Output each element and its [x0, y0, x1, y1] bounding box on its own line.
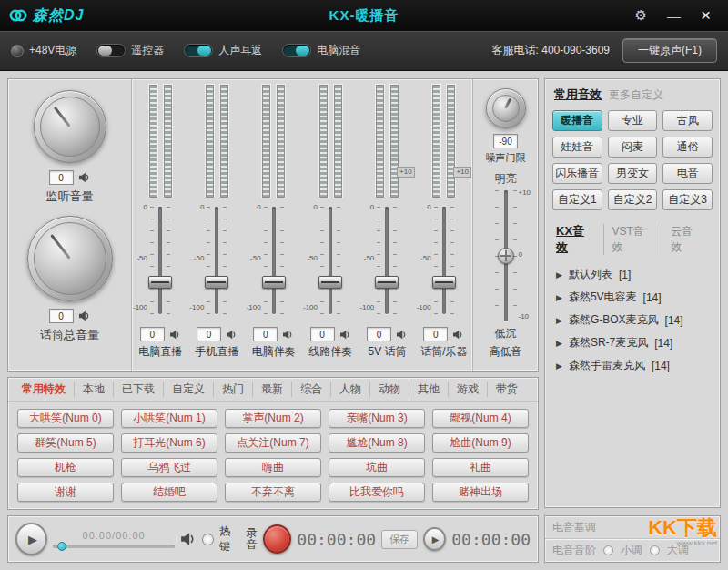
- major-radio[interactable]: [650, 545, 660, 555]
- voice-effect-button[interactable]: 闷麦: [608, 137, 658, 158]
- voice-effect-button[interactable]: 暖播音: [552, 110, 602, 131]
- more-custom-link[interactable]: 更多自定义: [609, 87, 663, 103]
- fader-thumb[interactable]: [375, 276, 399, 289]
- soundboard-button[interactable]: 比我爱你吗: [329, 483, 425, 502]
- fader-thumb[interactable]: [148, 276, 172, 289]
- speaker-icon[interactable]: [396, 330, 408, 340]
- soundboard-button[interactable]: 坑曲: [329, 458, 425, 477]
- soundboard-button[interactable]: 礼曲: [432, 458, 529, 477]
- voice-effects-header[interactable]: 常用音效: [554, 87, 602, 103]
- settings-icon[interactable]: ⚙: [626, 5, 654, 25]
- voice-effect-button[interactable]: 专业: [608, 110, 658, 131]
- hotkey-radio[interactable]: [202, 534, 214, 545]
- speaker-icon[interactable]: [169, 330, 181, 340]
- tone-slider[interactable]: +10 0 -10: [473, 188, 538, 323]
- ear-monitor-toggle[interactable]: [184, 44, 213, 57]
- play-button[interactable]: ▶: [15, 523, 47, 555]
- fader-thumb[interactable]: [318, 276, 342, 289]
- soundboard-button[interactable]: 打耳光(Num 6): [121, 433, 217, 453]
- channel-fader[interactable]: 0 -50 -100: [416, 201, 472, 323]
- noise-gate-knob[interactable]: [486, 88, 526, 128]
- fader-thumb[interactable]: [432, 276, 456, 289]
- phantom-power-led[interactable]: [11, 45, 24, 57]
- speaker-icon[interactable]: [226, 330, 238, 340]
- soundboard-button[interactable]: 乌鸦飞过: [121, 458, 217, 477]
- soundboard-button[interactable]: 嗨曲: [225, 458, 321, 477]
- voice-effect-button[interactable]: 自定义3: [662, 189, 713, 210]
- progress-bar[interactable]: [53, 545, 176, 548]
- close-button[interactable]: ×: [693, 4, 719, 27]
- speaker-icon[interactable]: [78, 310, 91, 321]
- effect-list-item[interactable]: ▶ 森然G-BOX麦克风 [14]: [556, 309, 709, 331]
- soundboard-tab[interactable]: 热门: [213, 382, 252, 397]
- effect-list-item[interactable]: ▶ 森然SR-7麦克风 [14]: [556, 331, 709, 354]
- soundboard-button[interactable]: 小哄笑(Num 1): [121, 409, 217, 428]
- minor-label: 小调: [621, 543, 642, 558]
- soundboard-tab[interactable]: 其他: [409, 382, 448, 397]
- channel-fader[interactable]: 0 -50 -100: [132, 201, 188, 323]
- soundboard-button[interactable]: 点关注(Num 7): [225, 433, 321, 453]
- progress-thumb[interactable]: [57, 542, 66, 551]
- soundboard-tab[interactable]: 带货: [487, 382, 526, 397]
- soundboard-button[interactable]: 赌神出场: [432, 483, 529, 502]
- mic-master-knob[interactable]: [27, 216, 113, 301]
- voice-effect-button[interactable]: 自定义2: [608, 189, 658, 210]
- soundboard-tab[interactable]: 游戏: [448, 382, 487, 397]
- soundboard-tab[interactable]: 本地: [74, 382, 113, 397]
- soundboard-tab[interactable]: 已下载: [113, 382, 163, 397]
- voice-effect-button[interactable]: 通俗: [662, 137, 713, 158]
- speaker-icon[interactable]: [452, 330, 464, 340]
- voice-effect-button[interactable]: 自定义1: [552, 189, 602, 210]
- tab-cloud-effects[interactable]: 云音效: [662, 224, 711, 255]
- tone-slider-thumb[interactable]: [498, 248, 514, 264]
- speaker-icon[interactable]: [282, 330, 294, 340]
- speaker-icon[interactable]: [78, 172, 91, 183]
- soundboard-button[interactable]: 掌声(Num 2): [225, 409, 321, 428]
- voice-effect-button[interactable]: 闪乐播音: [552, 163, 602, 184]
- record-button[interactable]: [263, 524, 291, 554]
- soundboard-tab[interactable]: 动物: [369, 382, 409, 397]
- minor-radio[interactable]: [603, 545, 613, 555]
- remote-toggle[interactable]: [96, 44, 126, 57]
- soundboard-tab[interactable]: 自定义: [163, 382, 213, 397]
- soundboard-tab[interactable]: 人物: [330, 382, 369, 397]
- pc-mix-toggle[interactable]: [282, 44, 311, 57]
- one-key-original-button[interactable]: 一键原声(F1): [622, 38, 717, 63]
- voice-effect-button[interactable]: 男变女: [608, 163, 658, 184]
- soundboard-button[interactable]: 谢谢: [17, 483, 114, 502]
- soundboard-button[interactable]: 结婚吧: [121, 483, 217, 502]
- effect-list-item[interactable]: ▶ 森然手雷麦克风 [14]: [556, 354, 709, 377]
- fader-thumb[interactable]: [205, 276, 228, 289]
- monitor-volume-knob[interactable]: [34, 90, 106, 163]
- effect-list-item[interactable]: ▶ 默认列表 [1]: [556, 263, 709, 286]
- tab-kx-effects[interactable]: KX音效: [554, 223, 603, 256]
- channel-fader[interactable]: 0 -50 -100: [302, 201, 359, 323]
- soundboard-tab[interactable]: 常用特效: [14, 382, 74, 397]
- speaker-icon[interactable]: [339, 330, 351, 340]
- voice-effect-button[interactable]: 古风: [662, 110, 713, 131]
- soundboard-button[interactable]: 群笑(Num 5): [17, 433, 114, 453]
- soundboard-button[interactable]: 鄙视(Num 4): [432, 409, 529, 428]
- voice-effect-button[interactable]: 电音: [662, 163, 713, 184]
- soundboard-tab[interactable]: 最新: [252, 382, 291, 397]
- soundboard-button[interactable]: 亲嘴(Num 3): [329, 409, 425, 428]
- playback-play-button[interactable]: ▶: [423, 527, 446, 551]
- soundboard-button[interactable]: 大哄笑(Num 0): [17, 409, 114, 428]
- soundboard-tab[interactable]: 综合: [291, 382, 330, 397]
- channel-fader[interactable]: 0 -50 -100: [246, 201, 302, 323]
- soundboard-button[interactable]: 不弃不离: [225, 483, 321, 502]
- record-time: 00:00:00: [297, 530, 376, 549]
- save-button[interactable]: 保存: [381, 530, 418, 549]
- soundboard-button[interactable]: 尬曲(Num 9): [432, 433, 529, 453]
- voice-effect-button[interactable]: 娃娃音: [552, 137, 602, 158]
- soundboard-button[interactable]: 尴尬(Num 8): [329, 433, 425, 453]
- tab-vst-effects[interactable]: VST音效: [603, 224, 662, 255]
- volume-icon[interactable]: [180, 532, 197, 546]
- channel-fader[interactable]: 0 -50 -100: [359, 201, 415, 323]
- channel-fader[interactable]: 0 -50 -100: [188, 201, 245, 323]
- minimize-button[interactable]: —: [659, 6, 689, 25]
- elapsed-time: 00:00/00:00: [53, 530, 176, 541]
- soundboard-button[interactable]: 机枪: [17, 458, 114, 477]
- fader-thumb[interactable]: [262, 276, 286, 289]
- effect-list-item[interactable]: ▶ 森然5V电容麦 [14]: [556, 286, 709, 309]
